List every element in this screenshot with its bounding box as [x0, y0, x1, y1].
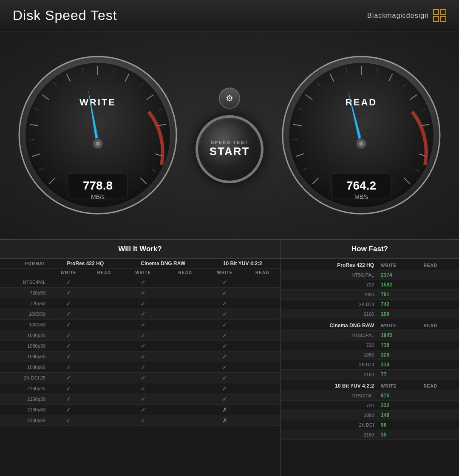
gauges-section: WRITE 778.8 MB/s — [0, 31, 459, 240]
center-controls[interactable]: ⚙ SPEED TEST START — [196, 88, 264, 183]
table-row: 2160p60 ✓ ✓ ✗ — [0, 415, 280, 426]
settings-button[interactable]: ⚙ — [219, 88, 240, 109]
brand-logo: Blackmagicdesign — [367, 9, 446, 22]
start-label: START — [210, 145, 250, 158]
hf-data-row: 720 1582 — [280, 280, 459, 290]
yuv-header: 10 Bit YUV 4:2:2 — [205, 259, 280, 269]
hf-data-row: 720 738 — [280, 340, 459, 350]
table-row: 720p60 ✓ ✓ ✓ — [0, 298, 280, 309]
table-row: 720p50 ✓ ✓ ✓ — [0, 288, 280, 298]
hf-data-row: NTSC/PAL 2374 — [280, 270, 459, 280]
hf-group-header: 10 Bit YUV 4:2:2 WRITE READ — [280, 380, 459, 391]
hf-data-row: 2K DCI 742 — [280, 300, 459, 309]
how-fast-panel: How Fast? ProRes 422 HQ WRITE READ NTSC/… — [280, 240, 459, 476]
table-row: NTSC/PAL ✓ ✓ ✓ — [0, 277, 280, 288]
title-bar: Disk Speed Test Blackmagicdesign — [0, 0, 459, 31]
data-section: Will It Work? FORMAT ProRes 422 HQ Cinem… — [0, 240, 459, 476]
table-row: 1080p50 ✓ ✓ ✓ — [0, 351, 280, 362]
hf-data-row: NTSC/PAL 1945 — [280, 331, 459, 340]
table-row: 2K DCI 25 ✓ ✓ ✓ — [0, 373, 280, 383]
svg-text:764.2: 764.2 — [346, 179, 376, 192]
speed-test-label: SPEED TEST — [211, 140, 248, 145]
svg-text:778.8: 778.8 — [83, 179, 113, 192]
svg-point-26 — [96, 142, 100, 146]
app-title: Disk Speed Test — [13, 8, 117, 23]
hf-data-row: 2160 198 — [280, 309, 459, 319]
hf-data-row: 1080 791 — [280, 290, 459, 300]
svg-text:WRITE: WRITE — [79, 97, 116, 108]
will-it-work-panel: Will It Work? FORMAT ProRes 422 HQ Cinem… — [0, 240, 280, 476]
table-row: 1080p25 ✓ ✓ ✓ — [0, 330, 280, 341]
hf-data-row: 720 332 — [280, 401, 459, 411]
hf-data-row: 2K DCI 96 — [280, 420, 459, 430]
table-row: 1080i60 ✓ ✓ ✓ — [0, 320, 280, 330]
svg-text:MB/s: MB/s — [354, 193, 368, 200]
start-button[interactable]: SPEED TEST START — [196, 115, 264, 183]
cdng-header: Cinema DNG RAW — [121, 259, 205, 269]
table-row: 2160p25 ✓ ✓ ✓ — [0, 383, 280, 394]
settings-icon: ⚙ — [226, 93, 233, 103]
hf-data-row: 2K DCI 214 — [280, 360, 459, 370]
hf-data-row: 2160 77 — [280, 370, 459, 380]
svg-point-56 — [359, 142, 363, 146]
table-row: 1080p30 ✓ ✓ ✓ — [0, 341, 280, 351]
will-it-work-header: Will It Work? — [0, 240, 280, 259]
svg-text:MB/s: MB/s — [91, 193, 105, 200]
read-gauge: READ 764.2 MB/s — [280, 50, 442, 220]
pres422hq-header: ProRes 422 HQ — [50, 259, 121, 269]
hf-group-header: ProRes 422 HQ WRITE READ — [280, 259, 459, 270]
hf-data-row: 1080 148 — [280, 411, 459, 420]
table-row: 1080p60 ✓ ✓ ✓ — [0, 362, 280, 373]
how-fast-header: How Fast? — [280, 240, 459, 259]
table-row: 2160p50 ✓ ✓ ✗ — [0, 405, 280, 415]
write-gauge: WRITE 778.8 MB/s — [17, 50, 178, 220]
hf-group-header: Cinema DNG RAW WRITE READ — [280, 319, 459, 331]
hf-data-row: 2160 35 — [280, 430, 459, 440]
hf-data-row: 1080 328 — [280, 350, 459, 360]
hf-data-row: NTSC/PAL 875 — [280, 391, 459, 401]
will-it-work-table: FORMAT ProRes 422 HQ Cinema DNG RAW 10 B… — [0, 259, 280, 426]
table-row: 1080i50 ✓ ✓ ✓ — [0, 309, 280, 320]
format-col-header: FORMAT — [0, 259, 50, 269]
brand-icon — [433, 9, 446, 22]
how-fast-table: ProRes 422 HQ WRITE READ NTSC/PAL 2374 7… — [280, 259, 459, 440]
brand-name: Blackmagicdesign — [367, 12, 429, 20]
table-row: 2160p30 ✓ ✓ ✓ — [0, 394, 280, 405]
